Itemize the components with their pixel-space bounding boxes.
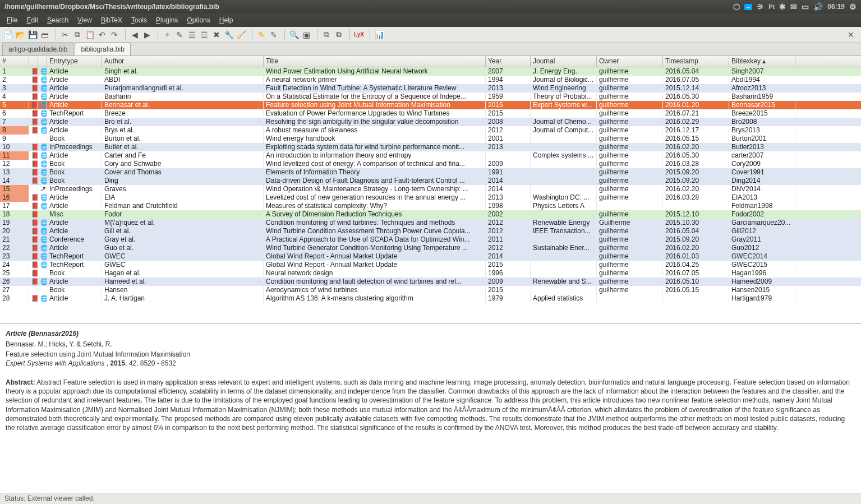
cleanup-icon[interactable]: 🧹 (236, 29, 247, 40)
menu-options[interactable]: Options (182, 15, 214, 25)
mark-icon[interactable]: ✎ (256, 29, 267, 40)
wifi-icon[interactable]: ⚞ (757, 2, 764, 11)
www-icon[interactable]: 🌐 (40, 93, 47, 100)
table-row[interactable]: 20📕🌐ArticleGill et al.Wind Turbine Condi… (0, 227, 861, 235)
edit-strings-icon[interactable]: ☰ (186, 29, 197, 40)
table-row[interactable]: 13📕🌐BookCover and ThomasElements of Info… (0, 168, 861, 177)
www-icon[interactable]: 🌐 (40, 143, 47, 151)
column-header[interactable]: Journal (531, 56, 597, 67)
column-header[interactable] (29, 56, 38, 67)
table-row[interactable]: 15↗InProceedingsGravesWind Operation \& … (0, 185, 861, 193)
push-paste-icon[interactable]: ⧉ (333, 29, 344, 40)
autogenerate-icon[interactable]: 🔧 (223, 29, 234, 40)
cut-icon[interactable]: ✂ (59, 29, 71, 40)
open-icon[interactable]: 📂 (15, 29, 26, 40)
menu-plugins[interactable]: Plugins (151, 15, 182, 25)
pdf-icon[interactable]: 📕 (31, 219, 38, 226)
redo-icon[interactable]: ↷ (109, 29, 120, 40)
column-header[interactable]: Year (486, 56, 531, 67)
www-icon[interactable]: 🌐 (40, 294, 47, 302)
tab[interactable]: artigo-qualidade.bib (2, 43, 73, 56)
pdf-icon[interactable]: 📕 (31, 67, 38, 75)
pdf-icon[interactable]: 📕 (31, 84, 38, 92)
www-icon[interactable]: 🌐 (40, 235, 47, 243)
pdf-icon[interactable]: 📕 (31, 168, 38, 176)
pdf-icon[interactable]: 📕 (31, 101, 38, 109)
table-row[interactable]: 6📕🌐TechReportBreezeEvaluation of Power P… (0, 109, 861, 118)
forward-icon[interactable]: ▶ (141, 29, 153, 40)
pdf-icon[interactable]: 📕 (31, 294, 38, 302)
table-row[interactable]: 14📕🌐BookDingData-driven Design of Fault … (0, 177, 861, 185)
battery-icon[interactable]: ▭ (802, 2, 809, 11)
table-row[interactable]: 26📕🌐ArticleHameed et al.Condition monito… (0, 278, 861, 286)
close-tab-icon[interactable]: ✕ (845, 29, 857, 40)
www-icon[interactable]: 🌐 (40, 227, 47, 235)
www-icon[interactable]: 🌐 (40, 101, 47, 109)
lyx-icon[interactable]: LyX (353, 29, 365, 40)
table-row[interactable]: 7📕🌐ArticleBro et al.Resolving the sign a… (0, 118, 861, 126)
undo-icon[interactable]: ↶ (96, 29, 108, 40)
www-icon[interactable]: 🌐 (40, 67, 47, 75)
pdf-icon[interactable]: 📕 (31, 227, 38, 235)
table-row[interactable]: 17📕🌐ArticleFeldman and CrutchfieldMeasur… (0, 202, 861, 210)
pdf-icon[interactable]: 📕 (31, 235, 38, 243)
table-row[interactable]: 10📕🌐InProceedingsButler et al.Exploiting… (0, 143, 861, 151)
table-row[interactable]: 4📕🌐ArticleBasharinOn a Statistical Estim… (0, 93, 861, 101)
volume-icon[interactable]: 🔊 (813, 2, 823, 11)
menu-search[interactable]: Search (43, 15, 73, 25)
menu-view[interactable]: View (73, 15, 96, 25)
column-header[interactable] (38, 56, 47, 67)
www-icon[interactable]: 🌐 (40, 151, 47, 159)
pdf-icon[interactable]: 📕 (31, 269, 38, 277)
gear-icon[interactable]: ⚙ (849, 2, 857, 11)
paste-icon[interactable]: 📋 (84, 29, 95, 40)
www-icon[interactable]: 🌐 (40, 252, 47, 260)
keyboard-lang[interactable]: Pt (768, 3, 775, 10)
edit-preamble-icon[interactable]: ☲ (199, 29, 210, 40)
bluetooth-icon[interactable]: ✱ (779, 2, 786, 11)
table-row[interactable]: 18📕MiscFodorA Survey of Dimension Reduct… (0, 210, 861, 219)
table-row[interactable]: 11📕🌐ArticleCarter and FeAn introduction … (0, 151, 861, 160)
preview-icon[interactable]: ▣ (301, 29, 312, 40)
pdf-icon[interactable]: 📕 (31, 244, 38, 252)
www-icon[interactable]: 🌐 (40, 168, 47, 176)
tab[interactable]: bibliografia.bib (75, 43, 130, 56)
www-icon[interactable]: 🌐 (40, 160, 47, 168)
www-icon[interactable]: 🌐 (40, 261, 47, 269)
www-icon[interactable]: 🌐 (40, 202, 47, 210)
pdf-icon[interactable]: 📕 (31, 126, 38, 134)
table-row[interactable]: 9BookBurton et al.Wind energy handbook20… (0, 135, 861, 143)
pdf-icon[interactable]: 📕 (31, 278, 38, 285)
www-icon[interactable]: 🌐 (40, 84, 47, 92)
pdf-icon[interactable]: 📕 (31, 252, 38, 260)
column-header[interactable]: # (0, 56, 29, 67)
table-row[interactable]: 16📕🌐ArticleEIALevelized cost of new gene… (0, 193, 861, 202)
pdf-icon[interactable]: 📕 (31, 193, 38, 201)
mail-icon[interactable]: ✉ (790, 2, 797, 11)
table-row[interactable]: 19📕🌐ArticleM{\'a}rquez et al.Condition m… (0, 219, 861, 227)
pdf-icon[interactable]: 📕 (31, 143, 38, 151)
column-header[interactable]: Author (102, 56, 264, 67)
pdf-icon[interactable]: 📕 (31, 177, 38, 184)
table-row[interactable]: 28📕🌐ArticleJ. A. HartiganAlgorithm AS 13… (0, 294, 861, 303)
www-icon[interactable]: 🌐 (40, 193, 47, 201)
table-row[interactable]: 5📕🌐ArticleBennasar et al.Feature selecti… (0, 101, 861, 109)
table-row[interactable]: 24📕🌐TechReportGWECGlobal Wind Report - A… (0, 261, 861, 269)
external-icon[interactable]: ↗ (40, 185, 47, 193)
www-icon[interactable]: 🌐 (40, 109, 47, 117)
table-row[interactable]: 2📕🌐ArticleABDIA neural network primer199… (0, 76, 861, 84)
grid-body[interactable]: 1📕🌐ArticleSingh et al.Wind Power Estimat… (0, 67, 861, 323)
www-icon[interactable]: 🌐 (40, 177, 47, 184)
back-icon[interactable]: ◀ (129, 29, 140, 40)
www-icon[interactable]: 🌐 (40, 278, 47, 285)
dropbox-icon[interactable]: ⬡ (733, 2, 740, 11)
menu-file[interactable]: File (2, 15, 22, 25)
table-row[interactable]: 12📕🌐BookCory and SchwabeWind levelized c… (0, 160, 861, 168)
save-icon[interactable]: 💾 (27, 29, 38, 40)
pdf-icon[interactable]: 📕 (31, 109, 38, 117)
edit-entry-icon[interactable]: ✎ (174, 29, 185, 40)
copy-icon[interactable]: ⧉ (72, 29, 83, 40)
column-header[interactable]: Entrytype (47, 56, 102, 67)
table-row[interactable]: 1📕🌐ArticleSingh et al.Wind Power Estimat… (0, 67, 861, 76)
table-row[interactable]: 22📕🌐ArticleGuo et al.Wind Turbine Genera… (0, 244, 861, 252)
